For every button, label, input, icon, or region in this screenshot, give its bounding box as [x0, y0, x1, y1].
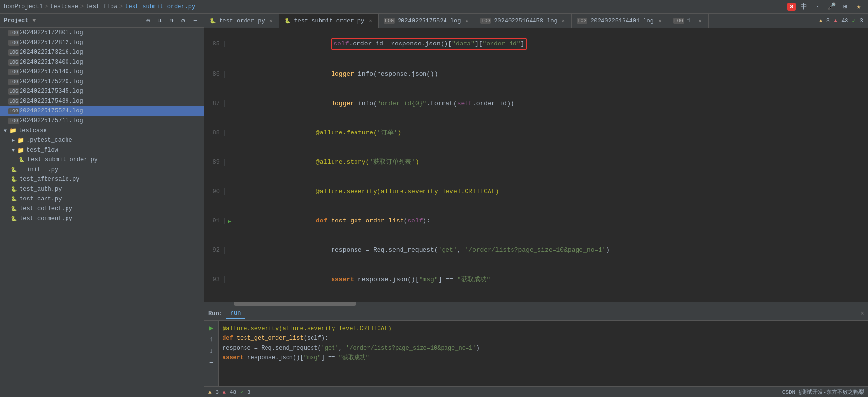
line-num-90: 90: [204, 188, 225, 195]
line-code-86: logger.info(response.json()): [235, 60, 448, 89]
py-icon-cart: 🐍: [10, 195, 18, 203]
log-file-8[interactable]: LOG 20240225175524.log: [0, 106, 204, 116]
run-stop-btn[interactable]: −: [206, 358, 216, 368]
test-flow-folder[interactable]: ▼ 📁 test_flow: [0, 145, 204, 155]
tab-log-1[interactable]: LOG 20240225164458.log ×: [475, 14, 572, 28]
init-label: __init__.py: [20, 166, 58, 173]
tab-log-0[interactable]: LOG 20240225175524.log ×: [379, 14, 475, 28]
log-file-9[interactable]: LOG 20240225175711.log: [0, 116, 204, 126]
grid-icon[interactable]: ⊞: [840, 1, 850, 12]
close-sidebar-icon[interactable]: −: [190, 16, 200, 25]
sidebar-title: Project: [4, 17, 28, 24]
test-flow-expand[interactable]: ▼: [10, 147, 17, 154]
run-gutter-btn[interactable]: ▶: [228, 218, 232, 224]
code-line-91: 91 ▶ def test_get_order_list(self):: [204, 206, 868, 236]
settings-icon[interactable]: ⚙: [178, 16, 188, 25]
sidebar-dropdown[interactable]: ▼: [32, 18, 36, 23]
line-code-89: @allure.story('获取订单列表'): [235, 148, 429, 177]
log-file-5[interactable]: LOG 20240225175220.log: [0, 77, 204, 87]
py-icon-auth: 🐍: [10, 185, 18, 193]
run-up-btn[interactable]: ↑: [206, 334, 216, 344]
breadcrumb-testcase[interactable]: testcase: [50, 3, 78, 10]
test-auth-file[interactable]: 🐍 test_auth.py: [0, 184, 204, 194]
test-aftersale-file[interactable]: 🐍 test_aftersale.py: [0, 175, 204, 184]
line-code-92: response = Req.send_request('get', '/ord…: [235, 236, 620, 265]
breadcrumb-sep-2: >: [119, 3, 123, 10]
code-content: 85 self.order_id= response.json()["data"…: [204, 28, 868, 307]
tab-close-3[interactable]: ×: [560, 18, 567, 24]
run-actions: ▶ ↑ ↓ −: [204, 321, 219, 386]
line-code-85: self.order_id= response.json()["data"]["…: [235, 28, 536, 60]
log-filename-9: 20240225175711.log: [20, 117, 83, 124]
log-filename-7: 20240225175439.log: [20, 98, 83, 105]
line-num-89: 89: [204, 159, 225, 166]
tab-error-icon: ▲: [834, 18, 837, 24]
code-line-93: 93 assert response.json()["msg"] == "获取成…: [204, 265, 868, 294]
tab-log-3[interactable]: LOG 1. ×: [668, 14, 709, 28]
log-file-0[interactable]: LOG 20240225172801.log: [0, 28, 204, 38]
testcase-folder[interactable]: ▼ 📁 testcase: [0, 126, 204, 135]
test-submit-order-file[interactable]: 🐍 test_submit_order.py: [0, 155, 204, 165]
test-flow-label: test_flow: [26, 147, 58, 154]
log-filename-5: 20240225175220.log: [20, 78, 83, 85]
log-file-6[interactable]: LOG 20240225175345.log: [0, 87, 204, 96]
log-filename-3: 20240225173400.log: [20, 59, 83, 66]
run-close-btn[interactable]: ×: [861, 310, 864, 317]
test-collect-file[interactable]: 🐍 test_collect.py: [0, 204, 204, 214]
log-filename-6: 20240225175345.log: [20, 88, 83, 95]
testcase-expand[interactable]: ▼: [2, 127, 9, 134]
lang-icon[interactable]: 中: [799, 1, 809, 12]
tab-log-icon-2: LOG: [577, 18, 587, 24]
log-file-1[interactable]: LOG 20240225172812.log: [0, 38, 204, 47]
log-file-2[interactable]: LOG 20240225173216.log: [0, 47, 204, 57]
log-filename-1: 20240225172812.log: [20, 39, 83, 46]
status-bar: ▲ 3 ▲ 48 ✓ 3 CSDN @测试开发-东方不败之鸭梨: [204, 386, 868, 397]
tab-bar-status: ▲ 3 ▲ 48 ✓ 3: [814, 14, 868, 28]
log-file-4[interactable]: LOG 20240225175140.log: [0, 67, 204, 77]
run-header: Run: run ×: [204, 307, 868, 321]
test-aftersale-label: test_aftersale.py: [20, 176, 79, 183]
dot-icon[interactable]: ·: [812, 1, 823, 12]
run-tab-run[interactable]: run: [226, 309, 245, 319]
code-editor[interactable]: 85 self.order_id= response.json()["data"…: [204, 28, 868, 307]
tab-py-icon-0: 🐍: [209, 18, 216, 24]
log-icon-1: LOG: [10, 39, 18, 46]
tab-test-order[interactable]: 🐍 test_order.py ×: [204, 14, 279, 28]
tab-bar: 🐍 test_order.py × 🐍 test_submit_order.py…: [204, 14, 868, 28]
collapse-all-icon[interactable]: ⇊: [155, 16, 165, 25]
sidebar: Project ▼ ⊕ ⇊ ⇈ ⚙ − LOG 20240225172801.l…: [0, 14, 204, 397]
star-icon[interactable]: ★: [853, 1, 864, 12]
tab-close-2[interactable]: ×: [464, 18, 470, 24]
mic-icon[interactable]: 🎤: [826, 1, 837, 12]
line-code-93: assert response.json()["msg"] == "获取成功": [235, 265, 500, 294]
breadcrumb-sep-0: >: [45, 3, 48, 10]
tab-close-4[interactable]: ×: [657, 18, 663, 24]
tab-close-0[interactable]: ×: [268, 18, 274, 24]
test-cart-file[interactable]: 🐍 test_cart.py: [0, 194, 204, 204]
pytest-cache-folder[interactable]: ▶ 📁 .pytest_cache: [0, 135, 204, 145]
tab-label-1: test_submit_order.py: [294, 18, 364, 24]
expand-icon[interactable]: ⇈: [167, 16, 177, 25]
code-line-89: 89 @allure.story('获取订单列表'): [204, 148, 868, 177]
tab-test-submit-order[interactable]: 🐍 test_submit_order.py ×: [279, 14, 379, 28]
py-icon-collect: 🐍: [10, 205, 18, 213]
breadcrumb-file[interactable]: test_submit_order.py: [125, 3, 195, 10]
pytest-cache-expand[interactable]: ▶: [10, 137, 17, 144]
line-num-93: 93: [204, 276, 225, 283]
locate-icon[interactable]: ⊕: [143, 16, 153, 25]
tab-log-2[interactable]: LOG 20240225164401.log ×: [572, 14, 668, 28]
log-file-3[interactable]: LOG 20240225173400.log: [0, 57, 204, 67]
breadcrumb-test-flow[interactable]: test_flow: [86, 3, 117, 10]
init-file[interactable]: 🐍 __init__.py: [0, 165, 204, 175]
h-scrollbar[interactable]: [204, 302, 868, 307]
line-num-85: 85: [204, 41, 225, 47]
breadcrumb-project[interactable]: honProject1: [4, 3, 43, 10]
log-file-7[interactable]: LOG 20240225175439.log: [0, 96, 204, 106]
run-down-btn[interactable]: ↓: [206, 346, 216, 356]
test-comment-file[interactable]: 🐍 test_comment.py: [0, 214, 204, 223]
folder-icon-testcase: 📁: [9, 127, 17, 134]
log-icon-3: LOG: [10, 58, 18, 66]
tab-close-5[interactable]: ×: [697, 18, 703, 24]
tab-close-1[interactable]: ×: [367, 18, 374, 24]
run-play-btn[interactable]: ▶: [206, 323, 216, 332]
